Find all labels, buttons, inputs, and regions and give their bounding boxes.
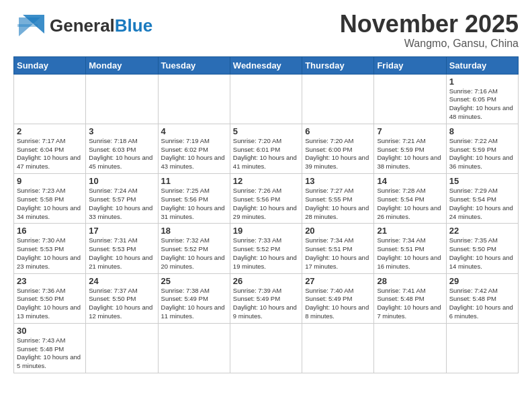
calendar-row-6: 30 Sunrise: 7:43 AM Sunset: 5:48 PM Dayl…: [14, 323, 519, 373]
empty-cell: [446, 323, 518, 373]
day-24: 24 Sunrise: 7:37 AM Sunset: 5:50 PM Dayl…: [86, 273, 158, 323]
day-21: 21 Sunrise: 7:34 AM Sunset: 5:51 PM Dayl…: [374, 224, 446, 273]
empty-cell: [86, 323, 158, 373]
day-26: 26 Sunrise: 7:39 AM Sunset: 5:49 PM Dayl…: [230, 273, 302, 323]
calendar-row-2: 2 Sunrise: 7:17 AM Sunset: 6:04 PM Dayli…: [14, 124, 519, 173]
title-area: November 2025 Wangmo, Gansu, China: [340, 11, 519, 50]
day-1: 1 Sunrise: 7:16 AM Sunset: 6:05 PM Dayli…: [446, 74, 518, 124]
empty-cell: [14, 74, 86, 124]
day-19: 19 Sunrise: 7:33 AM Sunset: 5:52 PM Dayl…: [230, 224, 302, 273]
header: GeneralBlue November 2025 Wangmo, Gansu,…: [13, 11, 519, 50]
empty-cell: [374, 74, 446, 124]
calendar-row-3: 9 Sunrise: 7:23 AM Sunset: 5:58 PM Dayli…: [14, 174, 519, 224]
empty-cell: [158, 74, 230, 124]
page: GeneralBlue November 2025 Wangmo, Gansu,…: [0, 0, 532, 380]
day-12: 12 Sunrise: 7:26 AM Sunset: 5:56 PM Dayl…: [230, 174, 302, 224]
empty-cell: [86, 74, 158, 124]
day-15: 15 Sunrise: 7:29 AM Sunset: 5:54 PM Dayl…: [446, 174, 518, 224]
day-14: 14 Sunrise: 7:28 AM Sunset: 5:54 PM Dayl…: [374, 174, 446, 224]
day-25: 25 Sunrise: 7:38 AM Sunset: 5:49 PM Dayl…: [158, 273, 230, 323]
col-monday: Monday: [86, 56, 158, 74]
col-thursday: Thursday: [302, 56, 374, 74]
day-9: 9 Sunrise: 7:23 AM Sunset: 5:58 PM Dayli…: [14, 174, 86, 224]
day-16: 16 Sunrise: 7:30 AM Sunset: 5:53 PM Dayl…: [14, 224, 86, 273]
empty-cell: [158, 323, 230, 373]
col-friday: Friday: [374, 56, 446, 74]
day-6: 6 Sunrise: 7:20 AM Sunset: 6:00 PM Dayli…: [302, 124, 374, 173]
day-18: 18 Sunrise: 7:32 AM Sunset: 5:52 PM Dayl…: [158, 224, 230, 273]
logo: GeneralBlue: [13, 11, 152, 40]
location: Wangmo, Gansu, China: [340, 38, 519, 50]
day-10: 10 Sunrise: 7:24 AM Sunset: 5:57 PM Dayl…: [86, 174, 158, 224]
day-2: 2 Sunrise: 7:17 AM Sunset: 6:04 PM Dayli…: [14, 124, 86, 173]
calendar-header-row: Sunday Monday Tuesday Wednesday Thursday…: [14, 56, 519, 74]
month-title: November 2025: [340, 11, 519, 38]
svg-rect-3: [17, 24, 38, 27]
day-28: 28 Sunrise: 7:41 AM Sunset: 5:48 PM Dayl…: [374, 273, 446, 323]
day-3: 3 Sunrise: 7:18 AM Sunset: 6:03 PM Dayli…: [86, 124, 158, 173]
col-wednesday: Wednesday: [230, 56, 302, 74]
calendar-row-4: 16 Sunrise: 7:30 AM Sunset: 5:53 PM Dayl…: [14, 224, 519, 273]
col-tuesday: Tuesday: [158, 56, 230, 74]
day-7: 7 Sunrise: 7:21 AM Sunset: 5:59 PM Dayli…: [374, 124, 446, 173]
col-sunday: Sunday: [14, 56, 86, 74]
calendar-row-5: 23 Sunrise: 7:36 AM Sunset: 5:50 PM Dayl…: [14, 273, 519, 323]
day-23: 23 Sunrise: 7:36 AM Sunset: 5:50 PM Dayl…: [14, 273, 86, 323]
empty-cell: [302, 323, 374, 373]
day-11: 11 Sunrise: 7:25 AM Sunset: 5:56 PM Dayl…: [158, 174, 230, 224]
logo-icon: [13, 11, 48, 40]
day-8: 8 Sunrise: 7:22 AM Sunset: 5:59 PM Dayli…: [446, 124, 518, 173]
empty-cell: [374, 323, 446, 373]
day-29: 29 Sunrise: 7:42 AM Sunset: 5:48 PM Dayl…: [446, 273, 518, 323]
logo-text: GeneralBlue: [50, 17, 152, 34]
day-22: 22 Sunrise: 7:35 AM Sunset: 5:50 PM Dayl…: [446, 224, 518, 273]
empty-cell: [230, 74, 302, 124]
day-27: 27 Sunrise: 7:40 AM Sunset: 5:49 PM Dayl…: [302, 273, 374, 323]
day-30: 30 Sunrise: 7:43 AM Sunset: 5:48 PM Dayl…: [14, 323, 86, 373]
empty-cell: [302, 74, 374, 124]
col-saturday: Saturday: [446, 56, 518, 74]
calendar: Sunday Monday Tuesday Wednesday Thursday…: [13, 56, 519, 374]
day-13: 13 Sunrise: 7:27 AM Sunset: 5:55 PM Dayl…: [302, 174, 374, 224]
day-4: 4 Sunrise: 7:19 AM Sunset: 6:02 PM Dayli…: [158, 124, 230, 173]
day-17: 17 Sunrise: 7:31 AM Sunset: 5:53 PM Dayl…: [86, 224, 158, 273]
empty-cell: [230, 323, 302, 373]
calendar-row-1: 1 Sunrise: 7:16 AM Sunset: 6:05 PM Dayli…: [14, 74, 519, 124]
day-5: 5 Sunrise: 7:20 AM Sunset: 6:01 PM Dayli…: [230, 124, 302, 173]
day-20: 20 Sunrise: 7:34 AM Sunset: 5:51 PM Dayl…: [302, 224, 374, 273]
